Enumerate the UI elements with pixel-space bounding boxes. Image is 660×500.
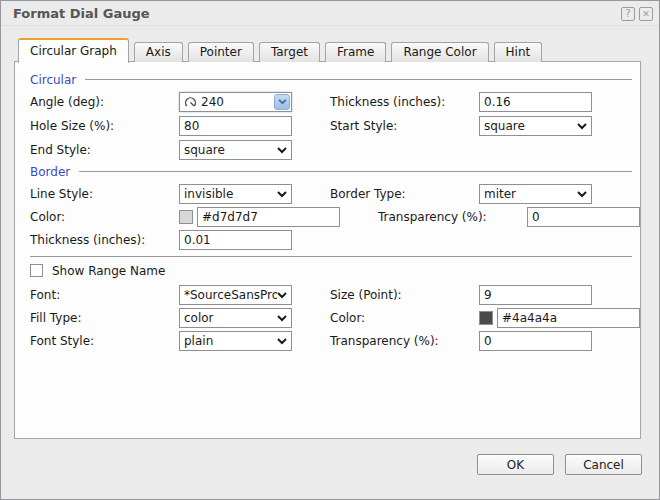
row-fontstyle-transparency: Font Style: plain Transparency (%): — [30, 331, 640, 351]
tab-pointer[interactable]: Pointer — [188, 42, 254, 62]
dialog-title: Format Dial Gauge — [13, 6, 150, 21]
row-hole-start: Hole Size (%): Start Style: square — [30, 116, 640, 136]
format-dial-gauge-dialog: Format Dial Gauge ? ✕ Circular Graph Axi… — [0, 0, 660, 500]
row-bordercolor-transparency: Color: Transparency (%): — [30, 207, 640, 227]
show-range-name-label: Show Range Name — [52, 264, 165, 278]
line-style-label: Line Style: — [30, 187, 179, 201]
separator-line — [30, 256, 632, 257]
font-color-label: Color: — [330, 311, 479, 325]
section-header-circular: Circular — [30, 72, 632, 87]
chevron-down-icon — [277, 191, 287, 198]
border-type-label: Border Type: — [330, 187, 479, 201]
tab-range-color[interactable]: Range Color — [391, 42, 488, 62]
tab-axis[interactable]: Axis — [134, 42, 183, 62]
tab-frame[interactable]: Frame — [325, 42, 386, 62]
row-font-size: Font: *SourceSansPro Size (Point): — [30, 285, 640, 305]
border-thickness-label: Thickness (inches): — [30, 233, 179, 247]
show-range-name-checkbox[interactable] — [30, 264, 43, 277]
section-title: Border — [30, 165, 70, 179]
section-divider — [79, 171, 632, 172]
fill-type-select[interactable]: color — [179, 308, 292, 328]
size-point-input[interactable] — [479, 285, 592, 305]
line-style-select[interactable]: invisible — [179, 184, 292, 204]
ok-button[interactable]: OK — [477, 454, 554, 475]
fill-type-label: Fill Type: — [30, 311, 179, 325]
border-color-input[interactable] — [197, 207, 340, 227]
border-color-label: Color: — [30, 210, 179, 224]
chevron-down-icon — [277, 315, 287, 322]
chevron-down-icon — [277, 338, 287, 345]
tab-target[interactable]: Target — [259, 42, 320, 62]
angle-value: 240 — [201, 95, 274, 109]
chevron-down-icon — [277, 292, 287, 299]
chevron-down-icon — [577, 191, 587, 198]
font-color-input[interactable] — [497, 308, 640, 328]
font-select[interactable]: *SourceSansPro — [179, 285, 292, 305]
show-range-name-row: Show Range Name — [30, 263, 640, 278]
thickness-label: Thickness (inches): — [330, 95, 479, 109]
font-transparency-label: Transparency (%): — [330, 334, 479, 348]
chevron-down-icon[interactable] — [274, 94, 290, 110]
font-style-select[interactable]: plain — [179, 331, 292, 351]
start-style-select[interactable]: square — [479, 116, 592, 136]
section-header-border: Border — [30, 164, 632, 179]
help-icon[interactable]: ? — [621, 7, 635, 21]
chevron-down-icon — [277, 147, 287, 154]
title-bar: Format Dial Gauge ? ✕ — [1, 1, 659, 26]
close-icon[interactable]: ✕ — [639, 7, 653, 21]
angle-combobox[interactable]: 240 — [179, 92, 292, 112]
hole-size-input[interactable] — [179, 116, 292, 136]
tab-circular-graph[interactable]: Circular Graph — [18, 38, 129, 63]
angle-label: Angle (deg): — [30, 95, 179, 109]
start-style-label: Start Style: — [330, 119, 479, 133]
row-angle-thickness: Angle (deg): 240 Thickness (inch — [30, 92, 640, 112]
border-thickness-input[interactable] — [179, 230, 292, 250]
end-style-select[interactable]: square — [179, 140, 292, 160]
border-type-select[interactable]: miter — [479, 184, 592, 204]
dialog-footer: OK Cancel — [477, 454, 642, 475]
gauge-icon — [184, 96, 197, 109]
hole-size-label: Hole Size (%): — [30, 119, 179, 133]
tab-bar: Circular Graph Axis Pointer Target Frame… — [18, 37, 547, 62]
section-title: Circular — [30, 73, 76, 87]
font-label: Font: — [30, 288, 179, 302]
thickness-input[interactable] — [479, 92, 592, 112]
row-border-thickness: Thickness (inches): — [30, 230, 640, 250]
border-color-swatch[interactable] — [179, 210, 193, 224]
border-transparency-label: Transparency (%): — [378, 210, 527, 224]
tab-panel-circular-graph: Circular Angle (deg): 240 — [14, 61, 641, 439]
font-transparency-input[interactable] — [479, 331, 592, 351]
font-color-swatch[interactable] — [479, 311, 493, 325]
row-linestyle-bordertype: Line Style: invisible Border Type: miter — [30, 184, 640, 204]
size-point-label: Size (Point): — [330, 288, 479, 302]
border-transparency-input[interactable] — [527, 207, 640, 227]
row-filltype-color: Fill Type: color Color: — [30, 308, 640, 328]
cancel-button[interactable]: Cancel — [565, 454, 642, 475]
chevron-down-icon — [577, 123, 587, 130]
section-divider — [85, 79, 632, 80]
row-end-style: End Style: square — [30, 140, 640, 160]
font-style-label: Font Style: — [30, 334, 179, 348]
tab-hint[interactable]: Hint — [494, 42, 543, 62]
end-style-label: End Style: — [30, 143, 179, 157]
